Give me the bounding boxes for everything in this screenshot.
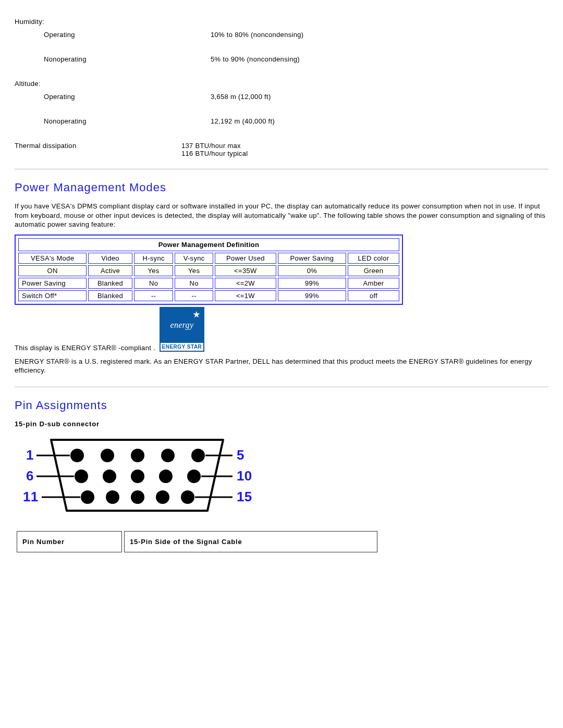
svg-point-8: [159, 470, 173, 483]
svg-point-0: [70, 449, 84, 462]
energy-star-badge: energy ENERGY STAR: [160, 307, 204, 352]
spec-row: Nonoperating 12,192 m (40,000 ft): [15, 117, 548, 125]
svg-point-7: [131, 470, 144, 483]
svg-point-13: [156, 490, 169, 504]
label: Altitude:: [15, 80, 181, 88]
pin-table-header: Pin Number: [17, 531, 122, 552]
pin-table: Pin Number 15-Pin Side of the Signal Cab…: [15, 529, 380, 554]
pin-label: 11: [23, 489, 39, 504]
divider: [15, 169, 548, 169]
spec-row: Operating 3,658 m (12,000 ft): [15, 93, 548, 101]
energy-star-text: This display is ENERGY STAR® -compliant …: [15, 344, 155, 352]
spec-row: Nonoperating 5% to 90% (noncondensing): [15, 55, 548, 63]
svg-point-4: [191, 449, 205, 462]
svg-point-2: [131, 449, 144, 462]
table-row: Power Saving Blanked No No <=2W 99% Ambe…: [18, 278, 399, 289]
value: 137 BTU/hour max 116 BTU/hour typical: [181, 142, 548, 157]
pin-label: 5: [237, 447, 244, 463]
svg-point-5: [75, 470, 88, 483]
humidity-header: Humidity:: [15, 18, 548, 26]
energy-star-label: ENERGY STAR: [161, 343, 203, 351]
col-header: Power Saving: [278, 253, 346, 264]
value-line: 116 BTU/hour typical: [181, 150, 548, 157]
power-management-table: Power Management Definition VESA's Mode …: [15, 235, 403, 305]
spec-row: Operating 10% to 80% (noncondensing): [15, 31, 548, 39]
label: Operating: [15, 31, 211, 39]
spec-row: Thermal dissipation 137 BTU/hour max 116…: [15, 142, 548, 157]
value: 3,658 m (12,000 ft): [211, 93, 548, 101]
svg-point-6: [103, 470, 116, 483]
value: 12,192 m (40,000 ft): [211, 117, 548, 125]
badge-top: energy: [161, 308, 203, 343]
svg-point-1: [101, 449, 114, 462]
col-header: H-sync: [134, 253, 173, 264]
svg-point-11: [106, 490, 119, 504]
svg-point-9: [187, 470, 201, 483]
table-row: ON Active Yes Yes <=35W 0% Green: [18, 265, 399, 276]
pin-label: 1: [26, 447, 34, 463]
section-heading-pins: Pin Assignments: [15, 399, 548, 412]
value: 10% to 80% (noncondensing): [211, 31, 548, 39]
connector-label: 15-pin D-sub connector: [15, 419, 548, 429]
col-header: V-sync: [175, 253, 213, 264]
pin-label: 6: [26, 468, 34, 484]
pin-label: 10: [237, 468, 252, 484]
pm-intro: If you have VESA's DPMS compliant displa…: [15, 202, 548, 229]
altitude-header: Altitude:: [15, 80, 548, 88]
svg-point-3: [161, 449, 175, 462]
svg-point-12: [131, 490, 144, 504]
pin-label: 15: [237, 489, 252, 504]
star-icon: [193, 311, 200, 318]
energy-star-script: energy: [170, 320, 194, 330]
divider: [15, 387, 548, 387]
value-line: 137 BTU/hour max: [181, 142, 548, 150]
dsub-connector-diagram: 1 5 6 10 11 15: [15, 434, 260, 520]
pm-caption: Power Management Definition: [18, 238, 399, 251]
svg-point-14: [181, 490, 194, 504]
label: Nonoperating: [15, 55, 211, 63]
label: Nonoperating: [15, 117, 211, 125]
energy-star-para: ENERGY STAR® is a U.S. registered mark. …: [15, 357, 548, 375]
section-heading-power: Power Management Modes: [15, 181, 548, 194]
pin-table-header: 15-Pin Side of the Signal Cable: [124, 531, 377, 552]
svg-point-10: [81, 490, 94, 504]
col-header: LED color: [348, 253, 399, 264]
table-row: Switch Off* Blanked -- -- <=1W 99% off: [18, 290, 399, 301]
col-header: Video: [88, 253, 132, 264]
label: Thermal dissipation: [15, 142, 181, 157]
value: 5% to 90% (noncondensing): [211, 55, 548, 63]
col-header: Power Used: [215, 253, 276, 264]
label: Operating: [15, 93, 211, 101]
col-header: VESA's Mode: [18, 253, 87, 264]
label: Humidity:: [15, 18, 181, 26]
